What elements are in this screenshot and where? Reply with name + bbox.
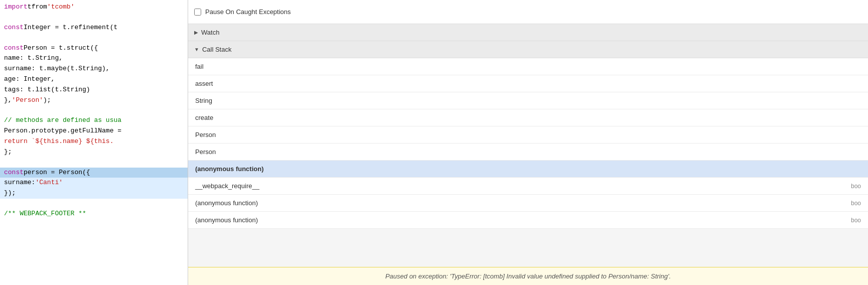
watch-section-header[interactable]: ▶ Watch [188, 24, 868, 41]
code-line: const Integer = t.refinement(t [0, 23, 188, 33]
pause-on-caught-checkbox[interactable] [194, 9, 201, 16]
stack-item[interactable]: assert [188, 75, 868, 92]
code-line: return `${this.name} ${this. [0, 136, 188, 147]
code-line [0, 105, 188, 115]
stack-item-name: Person [195, 131, 216, 138]
call-stack-list: failassertStringcreatePersonPerson(anony… [188, 58, 868, 267]
code-line: // methods are defined as usua [0, 115, 188, 126]
stack-item-location: boo [851, 217, 861, 224]
stack-item-location: boo [851, 183, 861, 190]
stack-item[interactable]: (anonymous function)boo [188, 195, 868, 212]
code-line: const person = Person({ [0, 168, 188, 178]
stack-item-name: assert [195, 80, 213, 87]
code-editor: import t from 'tcomb'const Integer = t.r… [0, 0, 188, 285]
stack-item-name: Person [195, 148, 216, 156]
code-line: age: Integer, [0, 74, 188, 85]
stack-item[interactable]: Person [188, 126, 868, 144]
stack-item-name: create [195, 114, 213, 121]
code-line: }, 'Person'); [0, 95, 188, 106]
stack-item-name: fail [195, 63, 204, 70]
watch-section-label: Watch [201, 29, 219, 36]
stack-item-location: boo [851, 200, 861, 207]
code-line: }; [0, 147, 188, 158]
call-stack-section-header[interactable]: ▼ Call Stack [188, 41, 868, 58]
code-line [0, 158, 188, 168]
code-line [0, 199, 188, 209]
stack-item[interactable]: (anonymous function) [188, 161, 868, 178]
stack-item[interactable]: fail [188, 58, 868, 75]
debug-panel: Pause On Caught Exceptions ▶ Watch ▼ Cal… [188, 0, 868, 285]
code-line: tags: t.list(t.String) [0, 85, 188, 95]
code-line: name: t.String, [0, 53, 188, 64]
pause-exceptions-header: Pause On Caught Exceptions [188, 0, 868, 24]
code-line [0, 33, 188, 43]
code-line: surname: t.maybe(t.String), [0, 64, 188, 74]
code-line: /** WEBPACK_FOOTER ** [0, 209, 188, 219]
code-line [0, 13, 188, 23]
stack-item[interactable]: (anonymous function)boo [188, 212, 868, 229]
stack-item[interactable]: Person [188, 144, 868, 161]
stack-item[interactable]: __webpack_require__boo [188, 178, 868, 195]
code-panel: import t from 'tcomb'const Integer = t.r… [0, 0, 188, 285]
code-line: }); [0, 188, 188, 199]
stack-item[interactable]: String [188, 92, 868, 109]
call-stack-section-label: Call Stack [202, 46, 232, 53]
pause-on-caught-label[interactable]: Pause On Caught Exceptions [205, 8, 291, 16]
stack-item[interactable]: create [188, 109, 868, 126]
stack-item-name: (anonymous function) [195, 199, 258, 207]
call-stack-collapse-icon: ▼ [194, 47, 199, 52]
stack-item-name: __webpack_require__ [195, 182, 259, 190]
code-line: const Person = t.struct({ [0, 43, 188, 54]
code-line: import t from 'tcomb' [0, 2, 188, 13]
watch-collapse-icon: ▶ [194, 30, 198, 35]
stack-item-name: (anonymous function) [195, 216, 258, 224]
stack-item-name: (anonymous function) [195, 165, 264, 173]
exception-bar: Paused on exception: 'TypeError: [tcomb]… [188, 267, 868, 285]
stack-item-name: String [195, 97, 212, 104]
code-line: surname: 'Canti' [0, 178, 188, 188]
code-line: Person.prototype.getFullName = [0, 126, 188, 136]
